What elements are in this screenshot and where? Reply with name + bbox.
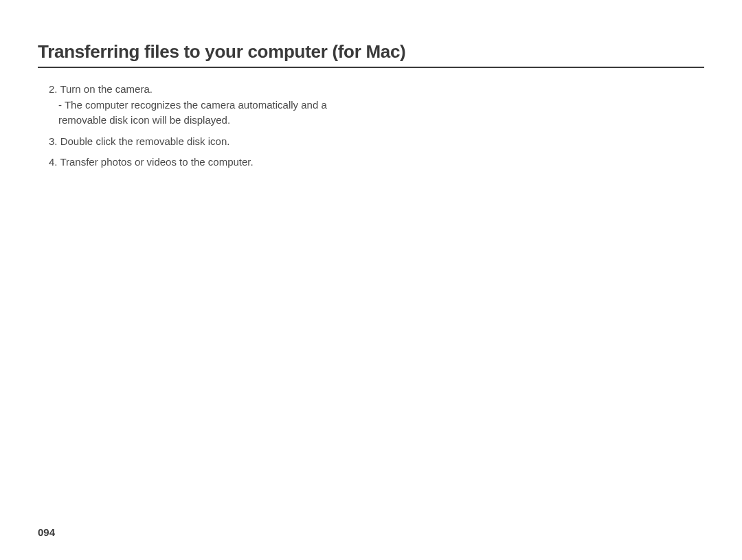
step-4: 4. Transfer photos or videos to the comp… xyxy=(49,155,409,170)
step-4-text: 4. Transfer photos or videos to the comp… xyxy=(49,156,254,168)
content-body: 2. Turn on the camera. - The computer re… xyxy=(38,82,409,170)
step-2-sub2: removable disk icon will be displayed. xyxy=(49,113,409,128)
page-title: Transferring files to your computer (for… xyxy=(38,41,704,68)
page-number: 094 xyxy=(38,526,55,538)
step-3-text: 3. Double click the removable disk icon. xyxy=(49,135,229,147)
step-2: 2. Turn on the camera. - The computer re… xyxy=(49,82,409,128)
step-2-text: 2. Turn on the camera. xyxy=(49,82,409,98)
step-3: 3. Double click the removable disk icon. xyxy=(49,134,409,150)
step-2-sub1: - The computer recognizes the camera aut… xyxy=(49,98,409,113)
